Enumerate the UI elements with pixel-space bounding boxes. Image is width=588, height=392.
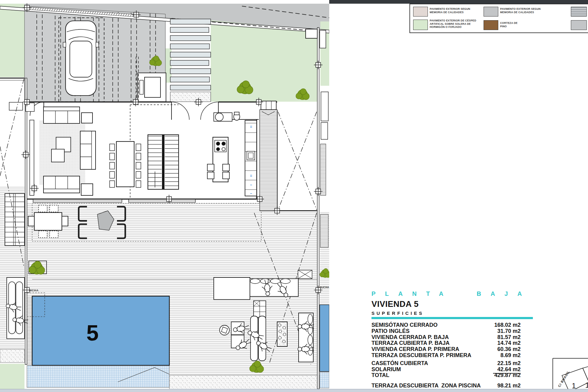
section-title: SUPERFICIES (371, 311, 534, 316)
table-row: SEMISÓTANO CERRADO 168.02 m2 (371, 322, 521, 328)
table-row: VIVIENDA CERRADA P. PRIMERA 60.36 m2 (371, 346, 521, 352)
legend-swatch-cutoff-2 (571, 20, 587, 30)
legend-label: PAVIMENTO EXTERIOR DE CÉSPED ARTIFICAL S… (430, 19, 484, 29)
dining-set (110, 141, 141, 187)
legend-swatch-corteza (484, 20, 498, 30)
legend-swatch-pavimento-2 (484, 7, 498, 17)
title-block: PLANTA BAJA VIVIENDA 5 SUPERFICIES SEMIS… (371, 290, 534, 389)
wc-fixtures (214, 112, 240, 121)
row-label: PATIO INGLÉS (371, 328, 409, 334)
row-value: 98.21 m2 (497, 383, 521, 389)
row-label: TERRAZA DESCUBIERTA ZONA PISCINA (371, 383, 481, 389)
site-key-plan: C/ BRASIL 1 1 (544, 356, 588, 392)
floor-title: PLANTA BAJA (371, 290, 534, 297)
legend-label: CORTEZA DE PINO (500, 21, 525, 28)
row-label: VIVIENDA CERRADA P. BAJA (371, 334, 449, 341)
legend-swatch-pavimento-1 (413, 7, 428, 17)
teal-divider-bar (371, 317, 533, 319)
legend-swatch-cutoff-1 (571, 7, 587, 17)
pool-unit-number: 5 (86, 321, 99, 345)
patio-ingles (260, 101, 277, 211)
table-row: TERRAZA DESCUBIERTA P. PRIMERA 8.69 m2 (371, 352, 521, 358)
row-value: 81.57 m2 (497, 334, 521, 341)
row-label: TERRAZA DESCUBIERTA P. PRIMERA (371, 352, 471, 359)
legend-label: PAVIMENTO EXTERIOR SEGUN MEMORIA DE CALI… (500, 7, 553, 14)
row-label: CASETÓN CUBIERTA (371, 360, 428, 367)
unit-title: VIVIENDA 5 (371, 300, 534, 309)
swimming-pool: 5 (27, 296, 169, 387)
table-row: VIVIENDA CERRADA P. BAJA 81.57 m2 (371, 334, 521, 340)
row-label: SOLARIUM (371, 366, 401, 373)
legend-swatch-cesped (413, 20, 428, 30)
row-label: SEMISÓTANO CERRADO (371, 322, 438, 328)
surface-table: SEMISÓTANO CERRADO 168.02 m2 PATIO INGLÉ… (371, 322, 534, 389)
row-value: 14.74 m2 (497, 340, 521, 346)
legend-label: PAVIMENTO EXTERIOR SEGUN MEMORIA DE CALI… (430, 7, 482, 14)
table-row: CASETÓN CUBIERTA 22.15 m2 (371, 360, 521, 366)
floor-plan-drawing: 5 DUCHA (0, 0, 329, 392)
row-value: 429.87 m2 (494, 372, 521, 379)
row-value: 22.15 m2 (497, 360, 521, 367)
row-value: 168.02 m2 (494, 322, 521, 328)
parked-car (63, 21, 99, 96)
materials-legend: PAVIMENTO EXTERIOR SEGUN MEMORIA DE CALI… (409, 4, 588, 33)
louver-pergola (170, 19, 211, 102)
plot-number: 1 (585, 381, 588, 389)
row-value: 31.70 m2 (497, 328, 521, 334)
plot-number: 1 (572, 382, 576, 390)
row-label: TOTAL (371, 372, 389, 379)
row-value: 8.69 m2 (500, 352, 521, 359)
row-value: 60.36 m2 (497, 346, 521, 352)
table-row: PATIO INGLÉS 31.70 m2 (371, 328, 521, 334)
main-staircase (148, 135, 179, 189)
table-row: TERRAZA CUBIERTA P. BAJA 14.74 m2 (371, 340, 521, 346)
row-label: TERRAZA CUBIERTA P. BAJA (371, 340, 450, 346)
table-row-pool-terrace: TERRAZA DESCUBIERTA ZONA PISCINA 98.21 m… (371, 383, 521, 389)
window-bottom-strip (0, 389, 588, 392)
table-row-total: TOTAL 429.87 m2 (371, 372, 521, 378)
table-row: SOLARIUM 42.64 m2 (371, 366, 521, 372)
neighbor-shower-label: DUCHA (320, 286, 329, 289)
row-label: VIVIENDA CERRADA P. PRIMERA (371, 346, 459, 352)
